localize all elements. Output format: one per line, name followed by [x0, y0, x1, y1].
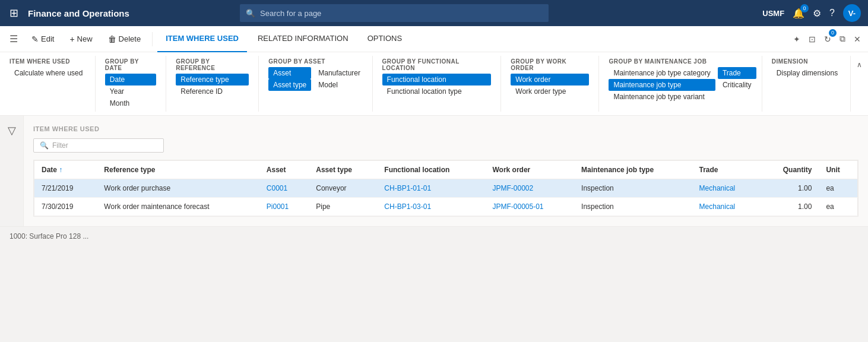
main-content-area: ▽ ITEM WHERE USED 🔍 Filter Date Referenc…: [0, 116, 868, 226]
work-order-type-button[interactable]: Work order type: [511, 86, 589, 97]
ribbon-divider: [152, 32, 153, 46]
table-cell[interactable]: Mechanical: [692, 198, 761, 216]
table-cell: Pipe: [309, 198, 377, 216]
table-cell: ea: [819, 179, 857, 198]
notification-icon[interactable]: 🔔 0: [793, 8, 804, 19]
table-cell: Conveyor: [309, 179, 377, 198]
maintenance-job-type-variant-button[interactable]: Maintenance job type variant: [609, 91, 715, 103]
col-header-trade[interactable]: Trade: [692, 161, 761, 179]
new-button[interactable]: + New: [63, 30, 99, 48]
date-button[interactable]: Date: [105, 74, 156, 86]
search-input[interactable]: [260, 9, 543, 18]
functional-location-button[interactable]: Functional location: [382, 74, 492, 86]
edit-icon: ✎: [31, 34, 39, 44]
restore-icon[interactable]: ⧉: [837, 31, 848, 46]
table-cell: 1.00: [761, 198, 819, 216]
col-header-reference-type[interactable]: Reference type: [97, 161, 259, 179]
table-cell[interactable]: Mechanical: [692, 179, 761, 198]
trade-button[interactable]: Trade: [718, 67, 756, 79]
col-header-asset-type[interactable]: Asset type: [309, 161, 377, 179]
section-dimension: DIMENSION Display dimensions: [762, 56, 851, 112]
col-header-date[interactable]: Date: [34, 161, 97, 179]
hamburger-icon[interactable]: ☰: [5, 31, 23, 47]
data-table-container: Date Reference type Asset Asset type Fun…: [33, 160, 859, 217]
filter-input-container[interactable]: 🔍 Filter: [33, 138, 164, 153]
table-body: 7/21/2019Work order purchaseC0001Conveyo…: [34, 179, 858, 216]
edit-button[interactable]: ✎ Edit: [25, 30, 61, 48]
refresh-icon[interactable]: ↻ 0: [822, 32, 834, 46]
ribbon-right: ✦ ⊡ ↻ 0 ⧉ ✕: [791, 31, 863, 46]
status-bar: 1000: Surface Pro 128 ...: [0, 226, 868, 245]
table-cell[interactable]: CH-BP1-01-01: [377, 179, 485, 198]
manufacturer-button[interactable]: Manufacturer: [313, 67, 365, 79]
year-button[interactable]: Year: [105, 86, 156, 97]
tab-related-information[interactable]: RELATED INFORMATION: [249, 26, 357, 52]
settings-icon[interactable]: ⚙: [813, 8, 821, 19]
table-cell: ea: [819, 198, 857, 216]
table-cell[interactable]: CH-BP1-03-01: [377, 198, 485, 216]
col-header-asset[interactable]: Asset: [259, 161, 309, 179]
section-label-group-by-asset: GROUP BY ASSET: [268, 58, 362, 65]
new-label: New: [77, 34, 93, 43]
section-label-group-by-maintenance-job: GROUP BY MAINTENANCE JOB: [609, 58, 752, 65]
col-header-maintenance-job-type[interactable]: Maintenance job type: [574, 161, 692, 179]
office-icon[interactable]: ⊡: [806, 32, 818, 46]
section-label-item-where-used: ITEM WHERE USED: [9, 58, 85, 65]
action-panel: ITEM WHERE USED Calculate where used GRO…: [0, 52, 868, 116]
filter-side-icon[interactable]: ▽: [5, 122, 18, 140]
table-cell: 7/30/2019: [34, 198, 97, 216]
grid-icon[interactable]: ⊞: [7, 4, 21, 22]
delete-button[interactable]: 🗑 Delete: [102, 30, 148, 48]
col-header-work-order[interactable]: Work order: [485, 161, 574, 179]
section-label-group-by-functional-location: GROUP BY FUNCTIONAL LOCATION: [382, 58, 492, 71]
edit-label: Edit: [41, 34, 54, 43]
section-group-by-functional-location: GROUP BY FUNCTIONAL LOCATION Functional …: [373, 56, 502, 112]
content-section-header: ITEM WHERE USED: [33, 125, 859, 132]
search-icon: 🔍: [246, 9, 255, 18]
asset-button[interactable]: Asset: [268, 67, 311, 79]
delete-icon: 🗑: [108, 34, 116, 44]
functional-location-type-button[interactable]: Functional location type: [382, 86, 492, 97]
maintenance-job-type-category-button[interactable]: Maintenance job type category: [609, 67, 715, 79]
maintenance-job-type-button[interactable]: Maintenance job type: [609, 79, 715, 91]
criticality-button[interactable]: Criticality: [718, 79, 756, 91]
month-button[interactable]: Month: [105, 97, 156, 109]
table-row[interactable]: 7/30/2019Work order maintenance forecast…: [34, 198, 858, 216]
refresh-badge: 0: [829, 29, 837, 37]
help-icon[interactable]: ?: [829, 8, 835, 18]
company-label: USMF: [762, 9, 784, 18]
col-header-functional-location[interactable]: Functional location: [377, 161, 485, 179]
work-order-button[interactable]: Work order: [511, 74, 589, 86]
col-header-quantity[interactable]: Quantity: [761, 161, 819, 179]
display-dimensions-button[interactable]: Display dimensions: [772, 67, 841, 79]
asset-type-button[interactable]: Asset type: [268, 79, 311, 91]
calculate-where-used-button[interactable]: Calculate where used: [9, 67, 85, 79]
table-cell: 1.00: [761, 179, 819, 198]
pin-icon[interactable]: ✦: [791, 32, 803, 46]
table-cell[interactable]: Pi0001: [259, 198, 309, 216]
table-cell: 7/21/2019: [34, 179, 97, 198]
section-group-by-reference: GROUP BY REFERENCE Reference type Refere…: [166, 56, 259, 112]
reference-type-button[interactable]: Reference type: [176, 74, 249, 86]
section-label-group-by-date: GROUP BY DATE: [105, 58, 156, 71]
table-cell[interactable]: C0001: [259, 179, 309, 198]
section-group-by-asset: GROUP BY ASSET Asset Asset type Manufact…: [259, 56, 372, 112]
avatar[interactable]: V-: [843, 4, 861, 22]
section-label-group-by-reference: GROUP BY REFERENCE: [176, 58, 249, 71]
status-text: 1000: Surface Pro 128 ...: [9, 232, 88, 240]
tab-item-where-used[interactable]: ITEM WHERE USED: [157, 26, 247, 52]
tab-options[interactable]: OPTIONS: [359, 26, 411, 52]
filter-icon: 🔍: [40, 141, 49, 150]
app-title: Finance and Operations: [28, 8, 129, 18]
col-header-unit[interactable]: Unit: [819, 161, 857, 179]
table-cell[interactable]: JPMF-00005-01: [485, 198, 574, 216]
model-button[interactable]: Model: [313, 79, 365, 91]
table-row[interactable]: 7/21/2019Work order purchaseC0001Conveyo…: [34, 179, 858, 198]
close-icon[interactable]: ✕: [851, 32, 863, 46]
filter-bar: 🔍 Filter: [33, 138, 859, 153]
reference-id-button[interactable]: Reference ID: [176, 86, 249, 97]
collapse-panel-button[interactable]: ∧: [851, 58, 868, 71]
section-item-where-used: ITEM WHERE USED Calculate where used: [0, 56, 96, 112]
table-cell[interactable]: JPMF-00002: [485, 179, 574, 198]
data-table: Date Reference type Asset Asset type Fun…: [34, 160, 858, 216]
